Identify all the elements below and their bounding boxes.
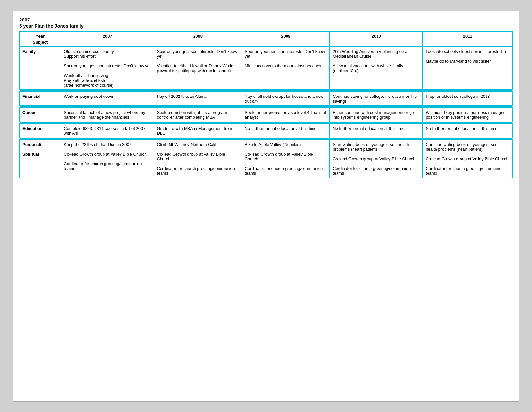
data-cell: Graduate with MBA in Management from DBU [154,124,242,138]
data-cell: No further formal education at this time [242,124,330,138]
page: 2007 5 year Plan the Jones family Year S… [13,11,519,402]
doc-year: 2007 [19,17,513,22]
subject-label: Subject [22,40,58,45]
subject-cell: Financial [20,92,61,106]
table-row: EducationComplete 6323, 6311 courses in … [20,124,512,138]
data-cell: Will most likey pursue a business manage… [423,108,512,122]
data-cell: Oldest son in cross country Support his … [61,47,154,90]
data-cell: Continue saving for college, increase mo… [330,92,423,106]
doc-title: 5 year Plan the Jones family [19,23,513,29]
data-cell: No further formal education at this time [330,124,423,138]
col-header-2010: 2010 [330,31,423,47]
subject-cell: Career [20,108,61,122]
header-row: Year Subject 2007 2008 2009 2010 2011 [20,31,512,47]
data-cell: No further formal education at this time [423,124,512,138]
data-cell: Keep the 22 lbs off that I lost in 2007 … [61,140,154,178]
table-row: FinancialWork on paying debt downPay off… [20,92,512,106]
data-cell: Sucessful launch of a new project where … [61,108,154,122]
data-cell: Start writing book on youngest son healt… [330,140,423,178]
data-cell: Either continue with cost management or … [330,108,423,122]
subject-header: Year Subject [20,31,61,47]
subject-cell: Family [20,47,61,90]
data-cell: Bike to Apple Valley (75 miles) Co-lead … [242,140,330,178]
year-label: Year [22,34,58,38]
subject-cell: Personal/ Spiritual [20,140,61,178]
data-cell: Prep for oldest son college in 2013 [423,92,512,106]
col-header-2011: 2011 [423,31,512,47]
data-cell: Seek further promotion as a level 4 fina… [242,108,330,122]
plan-table: Year Subject 2007 2008 2009 2010 2011 Fa… [19,31,513,178]
data-cell: Spur on youngest son interests. Don't kn… [242,47,330,90]
col-header-2007: 2007 [61,31,154,47]
data-cell: 20th Wedding Anniversary planning on a M… [330,47,423,90]
data-cell: Climb Mt Whitney Northern Calif. Co-lead… [154,140,242,178]
table-row: Personal/ SpiritualKeep the 22 lbs off t… [20,140,512,178]
data-cell: Pay of all debt except for house and a n… [242,92,330,106]
subject-cell: Education [20,124,61,138]
data-cell: Complete 6323, 6311 courses in fall of 2… [61,124,154,138]
data-cell: Spur on youngest son interests. Don't kn… [154,47,242,90]
col-header-2008: 2008 [154,31,242,47]
col-header-2009: 2009 [242,31,330,47]
table-row: CareerSucessful launch of a new project … [20,108,512,122]
table-row: FamilyOldest son in cross country Suppor… [20,47,512,90]
data-cell: Seek promotion with job as a program con… [154,108,242,122]
data-cell: Pay off 2002 Nissan Altima [154,92,242,106]
data-cell: Continue writing book on youngest son he… [423,140,512,178]
data-cell: Work on paying debt down [61,92,154,106]
data-cell: Look into schools oldest son is interest… [423,47,512,90]
